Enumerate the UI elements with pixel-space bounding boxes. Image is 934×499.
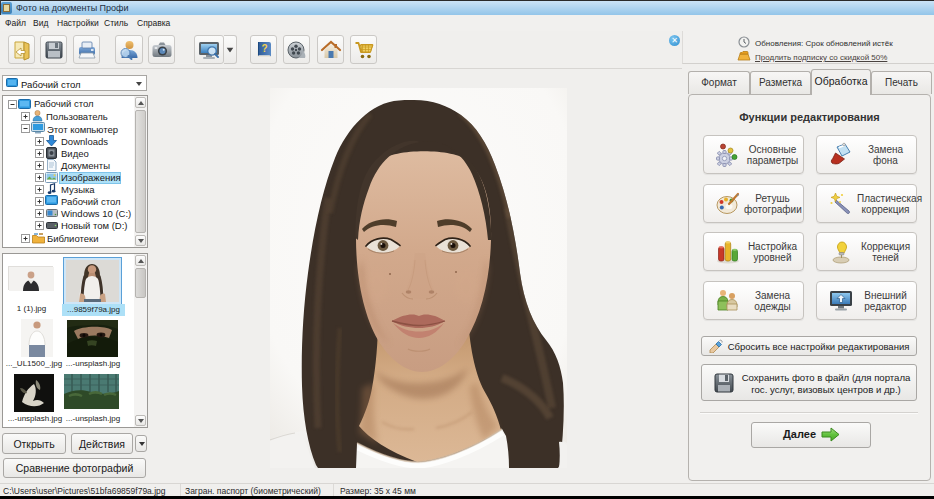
svg-text:?: ? xyxy=(261,43,267,54)
